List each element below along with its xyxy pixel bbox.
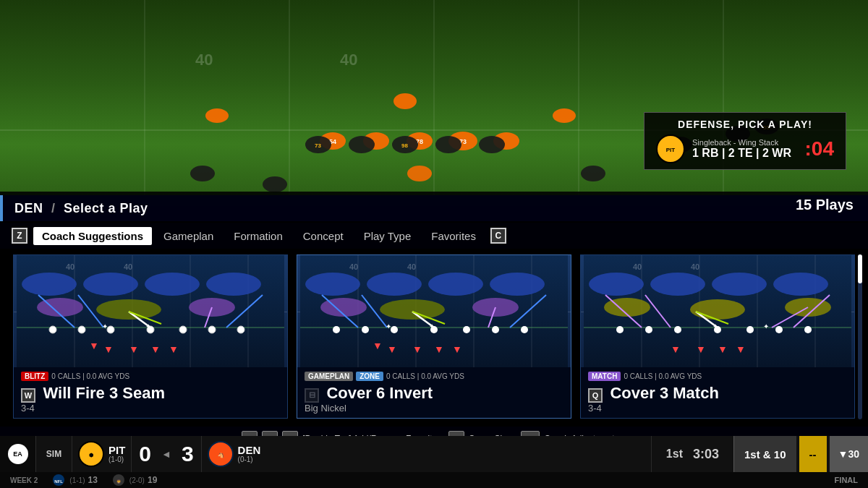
card-info-3: MATCH 0 CALLS | 0.0 AVG YDS Q Cover 3 Ma… (581, 367, 854, 418)
svg-line-92 (488, 307, 495, 328)
svg-text:40: 40 (691, 262, 699, 271)
svg-point-130 (645, 326, 652, 333)
svg-point-48 (145, 273, 200, 296)
play-formation-1: 3-4 (21, 403, 280, 414)
svg-text:PIT: PIT (666, 147, 676, 153)
svg-line-91 (412, 312, 445, 324)
svg-point-82 (367, 273, 422, 296)
play-card-1[interactable]: 40 40 (13, 254, 288, 419)
svg-point-15 (553, 108, 576, 123)
banner-personnel: 1 RB | 2 TE | 2 WR (692, 147, 798, 160)
svg-point-52 (189, 298, 235, 317)
badge-blitz-1: BLITZ (21, 372, 48, 381)
play-key-1: W (21, 388, 35, 403)
play-diagram-2: 40 40 (297, 255, 571, 367)
tab-concept[interactable]: Concept (294, 227, 352, 245)
svg-text:73: 73 (315, 142, 321, 149)
svg-point-94 (333, 326, 340, 333)
svg-point-117 (650, 273, 705, 296)
svg-point-85 (320, 298, 367, 317)
svg-text:✦: ✦ (145, 322, 151, 330)
play-cards-container: 40 40 (0, 252, 868, 421)
svg-point-132 (714, 326, 721, 333)
team2-area: 🐴 DEN (0-1) (201, 436, 267, 472)
badge-zone-2: ZONE (356, 372, 383, 381)
svg-point-133 (746, 326, 754, 333)
score-spacer (266, 436, 651, 472)
svg-text:✦: ✦ (763, 322, 769, 330)
scroll-thumb[interactable] (858, 254, 862, 283)
svg-point-22 (349, 136, 375, 153)
play-card-2[interactable]: 40 40 (297, 254, 571, 419)
svg-text:✦: ✦ (102, 322, 108, 330)
football-field: 40 40 54 78 73 73 98 78 55 (0, 0, 868, 206)
den-logo: 🐴 (208, 441, 234, 467)
svg-text:40: 40 (349, 262, 358, 271)
svg-point-116 (589, 273, 644, 296)
svg-rect-73 (300, 255, 568, 367)
svg-line-88 (322, 295, 358, 328)
svg-point-46 (22, 273, 77, 296)
play-formation-3: 3-4 (588, 403, 847, 414)
svg-text:✦: ✦ (386, 322, 391, 330)
card-stats-3: 0 CALLS | 0.0 AVG YDS (624, 372, 702, 380)
card-info-1: BLITZ 0 CALLS | 0.0 AVG YDS W Will Fire … (14, 367, 287, 418)
score-bar: EA SIM ⬢ PIT (1-0) 0 ◄ 3 🐴 (0, 436, 868, 472)
pit-info: PIT (1-0) (109, 445, 125, 463)
svg-point-27 (263, 176, 287, 192)
quarter: 1st (666, 448, 683, 461)
svg-text:🐴: 🐴 (217, 452, 224, 458)
svg-text:▼: ▼ (387, 343, 397, 355)
svg-text:▼: ▼ (671, 343, 681, 355)
banner-formation: Singleback - Wing Stack (692, 138, 798, 147)
tab-play-type[interactable]: Play Type (355, 227, 420, 245)
svg-point-129 (616, 326, 624, 333)
svg-text:40: 40 (633, 262, 642, 271)
svg-line-93 (510, 295, 546, 328)
svg-line-57 (205, 307, 212, 328)
tab-coach-suggestions[interactable]: Coach Suggestions (33, 227, 152, 245)
svg-text:40: 40 (407, 262, 416, 271)
svg-point-64 (208, 326, 216, 333)
tab-favorites[interactable]: Favorites (422, 227, 485, 245)
game-clock-area: 1st 3:03 (651, 436, 733, 472)
svg-text:NFL: NFL (55, 479, 64, 484)
scroll-bar[interactable] (858, 254, 862, 419)
svg-text:✦: ✦ (712, 322, 718, 330)
den-record: (0-1) (238, 455, 261, 463)
team2-score-sub: 19 (148, 475, 157, 485)
play-name-3: Cover 3 Match (610, 384, 718, 402)
play-card-3[interactable]: 40 40 (580, 254, 855, 419)
den-info: DEN (0-1) (238, 445, 261, 463)
team1-record-sub: (1-1) (69, 476, 85, 484)
svg-point-134 (775, 326, 783, 333)
play-formation-2: Big Nickel (305, 403, 563, 414)
play-key-2: ⊟ (305, 388, 319, 403)
svg-text:40: 40 (124, 262, 132, 271)
sub-bar: WEEK 2 NFL (1-1) 13 🦁 (2-0) 19 FINAL (0, 472, 868, 488)
pit-score-area: 0 (132, 436, 158, 472)
svg-line-56 (129, 312, 161, 324)
play-name-2: Cover 6 Invert (326, 384, 433, 402)
svg-point-24 (435, 136, 461, 153)
tab-formation[interactable]: Formation (225, 227, 292, 245)
svg-text:40: 40 (66, 262, 75, 271)
svg-point-131 (674, 326, 681, 333)
svg-text:40: 40 (340, 51, 357, 69)
svg-text:✦: ✦ (429, 322, 435, 330)
svg-point-87 (472, 298, 519, 317)
nav-tabs: Z Coach Suggestions Gameplan Formation C… (0, 223, 868, 249)
svg-text:98: 98 (401, 142, 408, 149)
svg-point-81 (305, 273, 360, 296)
plays-count: 15 Plays (796, 197, 854, 213)
svg-line-89 (362, 295, 387, 328)
svg-text:▼: ▼ (373, 340, 383, 351)
svg-point-97 (430, 326, 438, 333)
svg-point-118 (712, 273, 767, 296)
svg-point-99 (492, 326, 499, 333)
svg-line-58 (226, 295, 263, 328)
select-header: DEN / Select a Play (0, 195, 868, 221)
tab-gameplan[interactable]: Gameplan (155, 227, 222, 245)
team1-score-sub: 13 (88, 475, 97, 485)
offense-banner: DEFENSE, PICK A PLAY! PIT Singleback - W… (644, 112, 846, 170)
